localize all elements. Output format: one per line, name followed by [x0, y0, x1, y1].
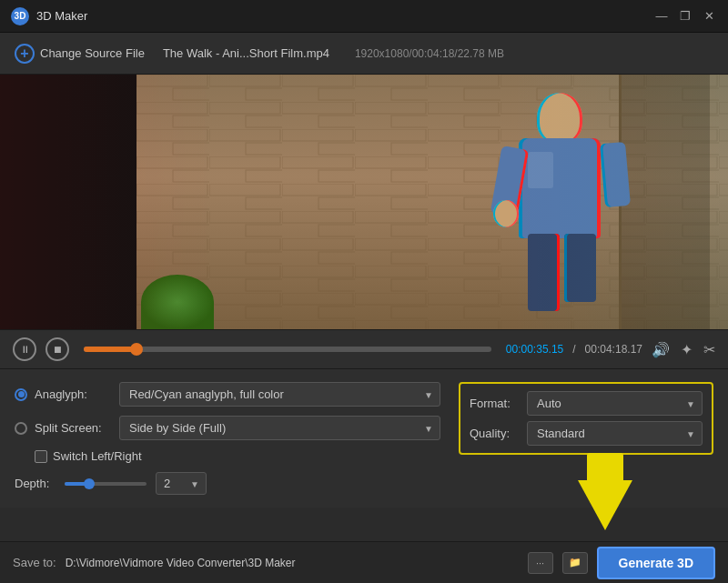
- anaglyph-label: Anaglyph:: [35, 387, 112, 401]
- stop-button[interactable]: ⏹: [46, 337, 69, 361]
- window-controls: — ❐ ✕: [653, 8, 717, 25]
- switch-row: Switch Left/Right: [15, 449, 440, 463]
- quality-dropdown[interactable]: Standard High Original: [527, 421, 703, 446]
- settings-right: Format: Auto MP4 AVI MOV MKV ▼ Qu: [459, 382, 713, 495]
- anaglyph-row: Anaglyph: Red/Cyan anaglyph, full color …: [15, 382, 440, 407]
- format-row: Format: Auto MP4 AVI MOV MKV ▼: [470, 391, 703, 416]
- save-to-label: Save to:: [13, 556, 56, 569]
- format-dropdown[interactable]: Auto MP4 AVI MOV MKV: [527, 391, 703, 416]
- time-current: 00:00:35.15: [506, 343, 563, 356]
- save-path: D:\Vidmore\Vidmore Video Converter\3D Ma…: [66, 557, 519, 569]
- plant: [141, 275, 214, 329]
- dots-button[interactable]: ···: [528, 552, 553, 574]
- plus-icon: +: [15, 44, 35, 64]
- quality-label: Quality:: [470, 427, 520, 440]
- pause-button[interactable]: ⏸: [13, 337, 36, 361]
- progress-track[interactable]: [84, 347, 491, 352]
- folder-button[interactable]: 📁: [562, 552, 588, 574]
- split-screen-dropdown-wrapper: Side by Side (Full) Side by Side (Half) …: [119, 416, 440, 440]
- generate-3d-button[interactable]: Generate 3D: [597, 547, 715, 579]
- switch-checkbox[interactable]: [35, 450, 47, 463]
- split-screen-dropdown[interactable]: Side by Side (Full) Side by Side (Half) …: [119, 416, 440, 440]
- topbar: + Change Source File The Walk - Ani...Sh…: [0, 33, 728, 75]
- depth-label: Depth:: [15, 477, 56, 490]
- change-source-button[interactable]: + Change Source File: [15, 44, 145, 64]
- video-preview: [0, 75, 728, 329]
- volume-icon[interactable]: 🔊: [652, 341, 670, 358]
- depth-slider[interactable]: [65, 482, 147, 486]
- close-button[interactable]: ✕: [701, 8, 717, 25]
- slider-thumb[interactable]: [84, 478, 95, 489]
- progress-thumb[interactable]: [130, 343, 143, 356]
- anaglyph-dropdown[interactable]: Red/Cyan anaglyph, full color Red/Cyan a…: [119, 382, 440, 407]
- file-meta: 1920x1080/00:04:18/22.78 MB: [355, 47, 504, 60]
- split-screen-radio[interactable]: [15, 422, 27, 435]
- arrow-decoration: [578, 480, 632, 530]
- video-area: [0, 75, 728, 329]
- file-name: The Walk - Ani...Short Film.mp4: [163, 46, 329, 60]
- progress-fill: [84, 347, 136, 352]
- format-quality-box: Format: Auto MP4 AVI MOV MKV ▼ Qu: [459, 382, 713, 455]
- titlebar: 3D 3D Maker — ❐ ✕: [0, 0, 728, 33]
- anaglyph-radio[interactable]: [15, 388, 27, 401]
- settings-left: Anaglyph: Red/Cyan anaglyph, full color …: [15, 382, 440, 495]
- app-title: 3D Maker: [36, 9, 653, 23]
- controls-bar: ⏸ ⏹ 00:00:35.15 / 00:04:18.17 🔊 ✦ ✂: [0, 329, 728, 369]
- ctrl-icons-right: 🔊 ✦ ✂: [652, 341, 715, 358]
- anaglyph-dropdown-wrapper: Red/Cyan anaglyph, full color Red/Cyan a…: [119, 382, 440, 407]
- depth-value-select[interactable]: 1 2 3 4 5: [156, 472, 207, 495]
- bottom-bar: Save to: D:\Vidmore\Vidmore Video Conver…: [0, 541, 728, 583]
- main-container: + Change Source File The Walk - Ani...Sh…: [0, 33, 728, 583]
- scissors-icon[interactable]: ✂: [703, 341, 715, 358]
- switch-label: Switch Left/Right: [53, 449, 142, 463]
- quality-dropdown-wrapper: Standard High Original ▼: [527, 421, 703, 446]
- character: [510, 93, 619, 311]
- depth-value-wrapper: 1 2 3 4 5 ▼: [156, 472, 207, 495]
- time-total: 00:04:18.17: [585, 343, 642, 356]
- maximize-button[interactable]: ❐: [677, 8, 693, 25]
- wall-background: [136, 75, 728, 329]
- time-separator: /: [572, 343, 575, 356]
- split-screen-row: Split Screen: Side by Side (Full) Side b…: [15, 416, 440, 440]
- depth-row: Depth: 1 2 3 4 5 ▼: [15, 472, 440, 495]
- minimize-button[interactable]: —: [653, 8, 670, 25]
- app-icon: 3D: [11, 7, 29, 25]
- sparkle-icon[interactable]: ✦: [681, 341, 693, 358]
- format-label: Format:: [470, 397, 520, 410]
- quality-row: Quality: Standard High Original ▼: [470, 421, 703, 446]
- format-dropdown-wrapper: Auto MP4 AVI MOV MKV ▼: [527, 391, 703, 416]
- folder-icon: 📁: [569, 557, 581, 568]
- split-screen-label: Split Screen:: [35, 421, 112, 435]
